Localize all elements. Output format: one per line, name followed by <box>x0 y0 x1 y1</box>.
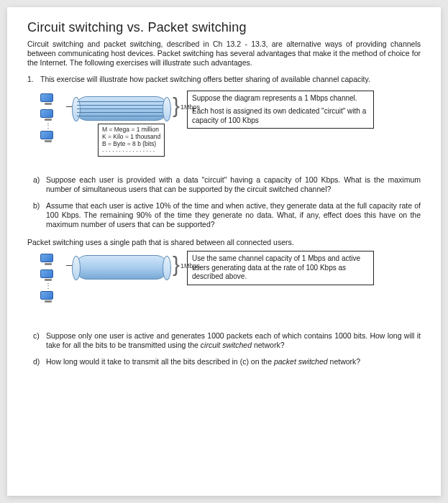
question-text: Suppose only one user is active and gene… <box>46 331 421 350</box>
host-icon <box>40 93 56 106</box>
caption-line: Use the same channel capacity of 1 Mbps … <box>192 254 369 282</box>
document-page: Circuit switching vs. Packet switching C… <box>7 7 441 496</box>
text-span: network? <box>328 357 361 366</box>
legend-row: B = Byte = 8 b (bits) <box>102 140 160 147</box>
question-label: a) <box>33 175 46 194</box>
page-title: Circuit switching vs. Packet switching <box>27 20 421 35</box>
question-label: d) <box>33 357 46 366</box>
host-icon <box>40 269 56 282</box>
rate-label: 1Mbps <box>180 103 200 111</box>
text-span: How long would it take to transmit all t… <box>46 357 274 366</box>
text-span: network? <box>252 341 285 349</box>
host-icon <box>40 291 56 304</box>
exercise-text: This exercise will illustrate how packet… <box>40 75 421 84</box>
brace-icon: } <box>173 254 180 275</box>
legend-row: K = Kilo = 1 thousand <box>102 133 160 140</box>
caption-line: Each host is assigned its own dedicated … <box>192 107 369 125</box>
diagram-circuit-switching: ⋮ } 1Mbps M = Mega = 1 million K = Kilo … <box>40 91 421 144</box>
question-label: b) <box>33 201 46 229</box>
diagram-caption-box: Use the same channel capacity of 1 Mbps … <box>187 251 374 285</box>
question-c: c) Suppose only one user is active and g… <box>33 331 421 350</box>
question-d: d) How long would it take to transmit al… <box>33 357 421 366</box>
question-text: Assume that each user is active 10% of t… <box>46 201 421 229</box>
rate-label: 1Mbps <box>180 262 200 269</box>
host-icon <box>40 131 56 144</box>
legend-row: M = Mega = 1 million <box>102 126 160 133</box>
channel-graphic: } 1Mbps <box>60 251 183 288</box>
ellipsis-icon: ⋮ <box>45 284 56 288</box>
host-icon <box>40 109 56 122</box>
question-b: b) Assume that each user is active 10% o… <box>33 201 421 229</box>
unit-legend-box: M = Mega = 1 million K = Kilo = 1 thousa… <box>98 124 165 157</box>
host-icon <box>40 254 56 267</box>
legend-dots: · · · · · · · · · · · · · · · · <box>102 147 160 154</box>
channel-graphic: } 1Mbps M = Mega = 1 million K = Kilo = … <box>60 91 183 141</box>
mid-paragraph: Packet switching uses a single path that… <box>27 238 421 246</box>
channel-cylinder-icon <box>75 96 168 121</box>
host-column: ⋮ <box>40 91 56 144</box>
question-a: a) Suppose each user is provided with a … <box>33 175 421 194</box>
diagram-packet-switching: ⋮ } 1Mbps Use the same channel capacity … <box>40 251 421 304</box>
ellipsis-icon: ⋮ <box>45 124 56 128</box>
diagram-caption-box: Suppose the diagram represents a 1 Mbps … <box>187 91 374 129</box>
emphasis: circuit switched <box>201 341 252 349</box>
question-text: How long would it take to transmit all t… <box>46 357 421 366</box>
question-label: c) <box>33 331 46 350</box>
host-column: ⋮ <box>40 251 56 304</box>
caption-line: Suppose the diagram represents a 1 Mbps … <box>192 94 369 103</box>
intro-paragraph: Circuit switching and packet switching, … <box>27 40 421 68</box>
exercise-number: 1. <box>27 75 40 84</box>
brace-icon: } <box>173 95 180 116</box>
channel-cylinder-icon <box>75 255 168 280</box>
question-text: Suppose each user is provided with a dat… <box>46 175 421 194</box>
exercise-1: 1. This exercise will illustrate how pac… <box>27 75 421 84</box>
emphasis: packet switched <box>274 357 328 366</box>
